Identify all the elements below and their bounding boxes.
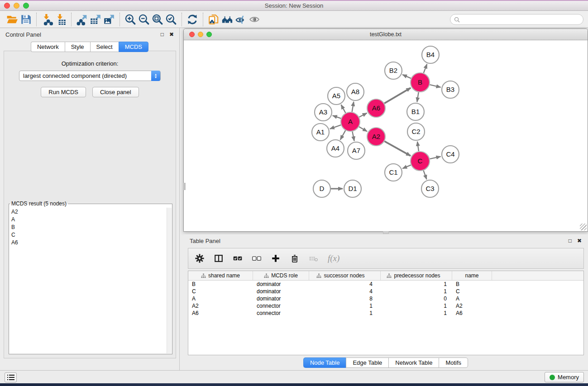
tab-network[interactable]: Network	[31, 42, 65, 52]
mcds-result-list[interactable]: A2ABCA6	[10, 208, 167, 353]
mcds-result-item[interactable]: A2	[10, 208, 167, 215]
import-table-icon[interactable]	[54, 13, 67, 26]
node-B3[interactable]: B3	[442, 81, 459, 98]
edge-A-A5[interactable]	[341, 105, 346, 113]
zoom-in-icon[interactable]	[124, 13, 137, 26]
show-column-icon[interactable]	[214, 253, 224, 263]
export-table-icon[interactable]	[89, 13, 102, 26]
mcds-result-item[interactable]: A6	[10, 238, 167, 246]
destroy-table-icon[interactable]	[309, 253, 319, 263]
node-A[interactable]: A	[341, 112, 360, 131]
edge-C-C1[interactable]	[402, 165, 411, 169]
table-cell[interactable]: B	[188, 281, 253, 288]
close-panel-button[interactable]: Close panel	[92, 87, 139, 97]
export-network-icon[interactable]	[75, 13, 89, 26]
tab-node-table[interactable]: Node Table	[303, 357, 346, 368]
zoom-selected-icon[interactable]	[164, 13, 178, 26]
column-header-successor-nodes[interactable]: successor nodes	[309, 271, 381, 280]
node-D1[interactable]: D1	[344, 180, 361, 197]
node-C1[interactable]: C1	[385, 164, 402, 181]
search-input[interactable]	[462, 15, 583, 24]
node-A8[interactable]: A8	[347, 83, 364, 100]
network-canvas[interactable]: AA1A2A3A4A5A6A7A8BB1B2B3B4CC1C2C3C4DD1	[184, 40, 588, 231]
edge-A-A8[interactable]	[352, 102, 354, 112]
save-session-icon[interactable]	[19, 13, 33, 26]
memory-button[interactable]: Memory	[545, 372, 584, 382]
create-column-plus-icon[interactable]	[271, 253, 281, 263]
float-panel-icon[interactable]: □	[161, 32, 164, 37]
node-A2[interactable]: A2	[367, 128, 385, 146]
node-A6[interactable]: A6	[367, 99, 385, 117]
table-cell[interactable]: A2	[452, 302, 492, 310]
table-cell[interactable]: connector	[253, 310, 309, 317]
table-cell[interactable]: 4	[309, 288, 381, 295]
edge-B-B1[interactable]	[417, 92, 418, 102]
table-row[interactable]: Bdominator41B	[188, 281, 583, 288]
table-cell[interactable]: B	[452, 281, 492, 288]
edge-A-A2[interactable]	[359, 127, 367, 131]
tab-style[interactable]: Style	[65, 42, 90, 52]
table-cell[interactable]: 1	[381, 302, 452, 310]
node-C[interactable]: C	[411, 152, 430, 171]
column-header-shared-name[interactable]: shared name	[188, 271, 253, 280]
home-icon[interactable]	[220, 13, 234, 26]
table-cell[interactable]: 4	[309, 281, 381, 288]
node-D[interactable]: D	[313, 180, 330, 197]
tab-select[interactable]: Select	[90, 42, 119, 52]
table-cell[interactable]: A2	[188, 302, 253, 310]
edge-B-B2[interactable]	[402, 75, 411, 78]
table-cell[interactable]: 1	[381, 281, 452, 288]
zoom-fit-icon[interactable]	[151, 13, 164, 26]
table-float-panel-icon[interactable]: □	[569, 238, 572, 243]
delete-column-trash-icon[interactable]	[290, 253, 300, 263]
mcds-result-item[interactable]: C	[10, 231, 167, 238]
table-row[interactable]: A6connector11A6	[188, 310, 583, 317]
edge-C-C4[interactable]	[430, 157, 440, 159]
duplicate-network-icon[interactable]	[207, 13, 220, 26]
table-cell[interactable]: A6	[452, 310, 492, 317]
node-A1[interactable]: A1	[312, 124, 329, 141]
mcds-result-item[interactable]: A	[10, 215, 167, 223]
refresh-icon[interactable]	[186, 13, 199, 26]
table-cell[interactable]: 8	[309, 295, 381, 302]
hide-panel-eye-slash-icon[interactable]	[234, 13, 248, 26]
table-cell[interactable]: 0	[381, 295, 452, 302]
table-cell[interactable]: dominator	[253, 295, 309, 302]
export-image-icon[interactable]	[102, 13, 116, 26]
network-window-titlebar[interactable]: testGlobe.txt	[184, 29, 588, 40]
node-C3[interactable]: C3	[421, 180, 439, 197]
edge-A6-B[interactable]	[384, 88, 411, 103]
function-builder-icon[interactable]: f(x)	[328, 253, 339, 263]
column-header-mcds-role[interactable]: MCDS role	[253, 271, 309, 280]
tab-mcds[interactable]: MCDS	[119, 42, 148, 52]
table-cell[interactable]: A	[452, 295, 492, 302]
select-all-columns-icon[interactable]	[233, 253, 243, 263]
table-cell[interactable]: 1	[381, 288, 452, 295]
node-B[interactable]: B	[411, 73, 430, 92]
table-close-panel-icon[interactable]: ✖	[577, 238, 582, 243]
eye-icon[interactable]	[248, 13, 261, 26]
task-history-list-icon[interactable]	[5, 372, 17, 382]
edge-A-A3[interactable]	[333, 115, 341, 118]
table-cell[interactable]: 1	[309, 310, 381, 317]
table-row[interactable]: Adominator80A	[188, 295, 583, 302]
node-C2[interactable]: C2	[407, 123, 425, 140]
table-cell[interactable]: C	[452, 288, 492, 295]
unselect-all-columns-icon[interactable]	[252, 253, 262, 263]
node-A3[interactable]: A3	[315, 104, 332, 121]
node-B4[interactable]: B4	[422, 46, 439, 63]
edge-C-C3[interactable]	[423, 171, 426, 180]
edge-A-A1[interactable]	[330, 125, 341, 129]
table-cell[interactable]: dominator	[253, 288, 309, 295]
table-cell[interactable]: dominator	[253, 281, 309, 288]
open-file-icon[interactable]	[5, 13, 19, 26]
edge-C-C2[interactable]	[417, 142, 419, 151]
table-cell[interactable]: 1	[381, 310, 452, 317]
table-settings-gear-icon[interactable]	[195, 253, 205, 263]
node-A4[interactable]: A4	[327, 140, 344, 157]
import-network-icon[interactable]	[40, 13, 54, 26]
tab-motifs[interactable]: Motifs	[439, 357, 468, 368]
close-panel-icon[interactable]: ✖	[169, 32, 174, 37]
tab-edge-table[interactable]: Edge Table	[346, 357, 388, 368]
edge-B-B4[interactable]	[424, 64, 427, 73]
